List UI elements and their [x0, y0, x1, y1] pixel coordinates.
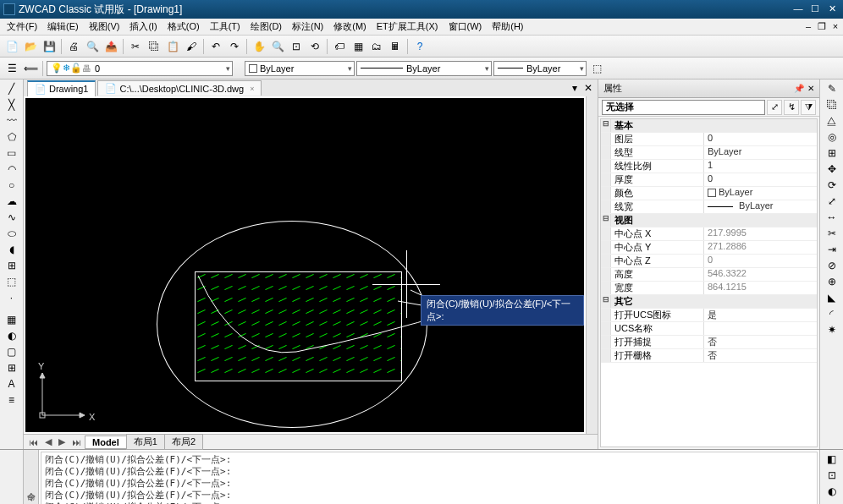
- redo-button[interactable]: ↷: [226, 38, 243, 55]
- menu-item[interactable]: 格式(O): [163, 19, 205, 35]
- tool-palettes-button[interactable]: 🗂: [368, 38, 385, 55]
- ellipse-button[interactable]: ⬭: [3, 226, 20, 241]
- close-button[interactable]: ✕: [824, 3, 840, 15]
- mdi-minimize-button[interactable]: –: [802, 21, 814, 33]
- model-canvas[interactable]: 闭合(C)/撤销(U)/拟合公差(F)/<下一点>: X Y: [25, 98, 584, 432]
- zoom-rt-button[interactable]: 🔍: [269, 38, 286, 55]
- property-row[interactable]: 厚度0: [601, 173, 817, 187]
- break-button[interactable]: ⊘: [824, 258, 840, 273]
- canvas-vscrollbar[interactable]: [586, 96, 598, 434]
- layer-combo[interactable]: 💡❄🔓🖶 0: [47, 61, 233, 76]
- polygon-button[interactable]: ⬠: [3, 129, 20, 145]
- arc-button[interactable]: ◠: [3, 162, 20, 177]
- offset-button[interactable]: ◎: [824, 129, 840, 145]
- filter-button[interactable]: ⧩: [801, 100, 816, 115]
- misc-tool-3-button[interactable]: ◐: [824, 484, 840, 499]
- property-row[interactable]: 线型ByLayer: [601, 146, 817, 160]
- mirror-button[interactable]: ⧋: [824, 113, 840, 129]
- layout-prev-button[interactable]: ◀: [41, 436, 55, 447]
- menu-item[interactable]: 帮助(H): [487, 19, 528, 35]
- table-button[interactable]: ⊞: [3, 360, 20, 375]
- mtext-button[interactable]: A: [3, 376, 20, 392]
- property-row[interactable]: 线性比例1: [601, 160, 817, 173]
- palette-close-icon[interactable]: ✕: [807, 84, 814, 93]
- pan-button[interactable]: ✋: [251, 38, 267, 55]
- menu-item[interactable]: 视图(V): [84, 19, 125, 35]
- property-row[interactable]: 打开捕捉否: [601, 336, 817, 349]
- property-category[interactable]: ⊟基本: [601, 119, 817, 133]
- open-button[interactable]: 📂: [22, 38, 39, 55]
- paste-button[interactable]: 📋: [164, 38, 181, 55]
- tab-close-button[interactable]: ✕: [582, 82, 594, 94]
- property-row[interactable]: UCS名称: [601, 322, 817, 336]
- mdi-restore-button[interactable]: ❐: [816, 21, 828, 33]
- match-props-button[interactable]: 🖌: [183, 38, 200, 55]
- zoom-prev-button[interactable]: ⟲: [306, 38, 323, 55]
- select-objects-button[interactable]: ⤢: [767, 100, 782, 115]
- mline-button[interactable]: ≡: [3, 392, 20, 408]
- collapse-icon[interactable]: ⊟: [601, 119, 611, 132]
- insert-block-button[interactable]: ⊞: [3, 258, 20, 273]
- menu-item[interactable]: 绘图(D): [245, 19, 287, 35]
- move-button[interactable]: ✥: [824, 162, 840, 177]
- zoom-window-button[interactable]: ⊡: [288, 38, 305, 55]
- menu-item[interactable]: 编辑(E): [42, 19, 84, 35]
- misc-tool-2-button[interactable]: ⊡: [824, 468, 840, 483]
- bylayer-button[interactable]: ⬚: [588, 60, 605, 77]
- layout-last-button[interactable]: ⏭: [69, 437, 85, 447]
- rectangle-button[interactable]: ▭: [3, 145, 20, 161]
- stretch-button[interactable]: ↔: [824, 210, 840, 225]
- array-button[interactable]: ⊞: [824, 145, 840, 161]
- hatch-button[interactable]: ▦: [3, 312, 20, 327]
- property-row[interactable]: 中心点 X217.9995: [601, 227, 817, 241]
- selection-combo[interactable]: 无选择: [602, 100, 765, 115]
- pline-button[interactable]: 〰: [3, 113, 20, 129]
- menu-item[interactable]: 窗口(W): [444, 19, 488, 35]
- scale-button[interactable]: ⤢: [824, 194, 840, 209]
- property-row[interactable]: 打开栅格否: [601, 349, 817, 363]
- layer-prev-button[interactable]: ⟸: [22, 60, 39, 77]
- menu-item[interactable]: 文件(F): [2, 19, 42, 35]
- circle-button[interactable]: ○: [3, 178, 20, 193]
- design-center-button[interactable]: ▦: [350, 38, 366, 55]
- cut-button[interactable]: ✂: [127, 38, 144, 55]
- revcloud-button[interactable]: ☁: [3, 194, 20, 209]
- join-button[interactable]: ⊕: [824, 274, 840, 289]
- menu-item[interactable]: ET扩展工具(X): [372, 19, 444, 35]
- property-row[interactable]: 图层0: [601, 133, 817, 146]
- region-button[interactable]: ▢: [3, 344, 20, 359]
- property-row[interactable]: 线宽 ByLayer: [601, 200, 817, 214]
- color-combo[interactable]: ByLayer: [245, 61, 355, 76]
- property-row[interactable]: 中心点 Z0: [601, 255, 817, 268]
- undo-button[interactable]: ↶: [207, 38, 224, 55]
- maximize-button[interactable]: ☐: [807, 3, 823, 15]
- minimize-button[interactable]: —: [791, 3, 806, 15]
- quick-select-button[interactable]: ↯: [784, 100, 799, 115]
- erase-button[interactable]: ✎: [824, 81, 840, 96]
- properties-titlebar[interactable]: 属性 📌 ✕: [598, 79, 819, 98]
- property-row[interactable]: 高度546.3322: [601, 268, 817, 282]
- plot-preview-button[interactable]: 🔍: [84, 38, 101, 55]
- layout-next-button[interactable]: ▶: [55, 436, 69, 447]
- menu-item[interactable]: 工具(T): [205, 19, 245, 35]
- make-block-button[interactable]: ⬚: [3, 274, 20, 289]
- point-button[interactable]: ∙: [3, 290, 20, 305]
- layout-tab[interactable]: Model: [85, 436, 127, 449]
- explode-button[interactable]: ✷: [824, 322, 840, 337]
- calc-button[interactable]: 🖩: [387, 38, 404, 55]
- rotate-button[interactable]: ⟳: [824, 178, 840, 193]
- layer-manager-button[interactable]: ☰: [3, 60, 20, 77]
- lineweight-combo[interactable]: ByLayer: [493, 61, 587, 76]
- property-row[interactable]: 打开UCS图标是: [601, 309, 817, 322]
- new-button[interactable]: 📄: [3, 38, 20, 55]
- gradient-button[interactable]: ◐: [3, 328, 20, 343]
- help-button[interactable]: ?: [411, 38, 428, 55]
- property-category[interactable]: ⊟其它: [601, 295, 817, 309]
- line-button[interactable]: ╱: [3, 81, 20, 96]
- collapse-icon[interactable]: ⊟: [601, 295, 611, 308]
- collapse-icon[interactable]: ⊟: [601, 214, 611, 227]
- tab-dropdown-button[interactable]: ▾: [569, 82, 581, 94]
- properties-button[interactable]: 🏷: [331, 38, 348, 55]
- mdi-close-button[interactable]: ×: [829, 21, 841, 33]
- chamfer-button[interactable]: ◣: [824, 290, 840, 305]
